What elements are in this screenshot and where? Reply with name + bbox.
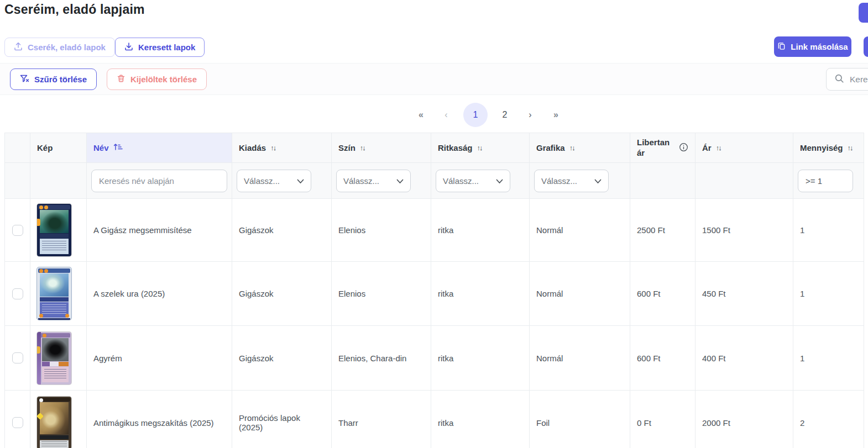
cell-graphics: Foil	[530, 391, 630, 448]
export-wanted-label: Keresett lapok	[138, 43, 195, 52]
card-image[interactable]	[37, 332, 71, 384]
header-rarity[interactable]: Ritkaság↑↓	[431, 133, 530, 163]
table-row: Agyrém Gigászok Elenios, Chara-din ritka…	[4, 326, 864, 391]
pagination-last[interactable]: »	[547, 110, 564, 120]
quantity-filter-input[interactable]	[798, 170, 853, 192]
row-checkbox[interactable]	[12, 288, 23, 299]
cell-quantity: 1	[793, 199, 864, 262]
chevron-down-icon	[594, 176, 602, 186]
cell-graphics: Normál	[530, 326, 630, 391]
cell-libertan-price: 0 Ft	[630, 391, 696, 448]
filter-name-cell	[87, 163, 232, 199]
pagination: « ‹ 1 2 › »	[412, 103, 564, 127]
cell-libertan-price: 2500 Ft	[630, 199, 696, 262]
cell-price: 2000 Ft	[696, 391, 793, 448]
trash-icon	[117, 74, 126, 85]
card-image[interactable]	[37, 397, 71, 448]
cell-name: A Gigász megsemmisítése	[87, 199, 232, 262]
sort-icon: ↑↓	[477, 144, 482, 152]
sort-icon: ↑↓	[569, 144, 574, 152]
cell-quantity: 1	[793, 262, 864, 326]
row-checkbox[interactable]	[12, 417, 23, 428]
copy-link-button[interactable]: Link másolása	[774, 36, 851, 57]
header-quantity[interactable]: Mennyiség↑↓	[793, 133, 864, 163]
row-checkbox[interactable]	[12, 352, 23, 363]
pagination-prev[interactable]: ‹	[438, 110, 454, 120]
page: Cseréim, eladó lapjaim Cserék, eladó lap…	[0, 0, 868, 448]
header-edition[interactable]: Kiadás↑↓	[232, 133, 332, 163]
graphics-filter-select[interactable]: Válassz...	[534, 170, 609, 192]
cell-name: Agyrém	[87, 326, 232, 391]
header-color[interactable]: Szín↑↓	[332, 133, 431, 163]
cell-color: Tharr	[332, 391, 431, 448]
pagination-page-2[interactable]: 2	[496, 110, 513, 120]
cell-libertan-price: 600 Ft	[630, 326, 696, 391]
sort-icon: ↑↓	[848, 144, 853, 152]
chevron-down-icon	[496, 176, 503, 186]
cell-color: Elenios, Chara-din	[332, 326, 431, 391]
cutoff-right-button[interactable]	[864, 36, 868, 57]
export-wanted-button[interactable]: Keresett lapok	[115, 38, 205, 57]
global-search-box[interactable]	[826, 68, 868, 91]
cutoff-top-button[interactable]	[859, 3, 868, 23]
cell-price: 400 Ft	[696, 326, 793, 391]
global-search-input[interactable]	[850, 75, 868, 85]
card-image[interactable]	[37, 204, 71, 256]
table-filter-row: Válassz... Válassz... Válassz... Válassz…	[4, 163, 864, 199]
color-filter-select[interactable]: Válassz...	[336, 170, 411, 192]
cell-libertan-price: 600 Ft	[630, 262, 696, 326]
pagination-next[interactable]: ›	[522, 110, 538, 120]
copy-link-label: Link másolása	[791, 42, 848, 51]
filter-image-cell	[30, 163, 87, 199]
sort-icon: ↑↓	[360, 144, 365, 152]
header-graphics[interactable]: Grafika↑↓	[530, 133, 630, 163]
cell-price: 1500 Ft	[696, 199, 793, 262]
delete-selected-button[interactable]: Kijelöltek törlése	[107, 68, 207, 90]
edition-filter-select[interactable]: Válassz...	[237, 170, 311, 192]
cell-graphics: Normál	[530, 199, 630, 262]
filter-color-cell: Válassz...	[332, 163, 431, 199]
header-checkbox	[4, 133, 30, 163]
table-header-row: Kép Név Kiadás↑↓ Szín↑↓ Ritkaság↑↓ Grafi…	[4, 133, 864, 163]
sort-icon: ↑↓	[716, 144, 721, 152]
name-filter-input[interactable]	[91, 170, 227, 192]
clear-filter-button[interactable]: Szűrő törlése	[10, 68, 97, 90]
cards-table: Kép Név Kiadás↑↓ Szín↑↓ Ritkaság↑↓ Grafi…	[4, 133, 864, 448]
delete-selected-label: Kijelöltek törlése	[130, 75, 197, 84]
chevron-down-icon	[396, 176, 404, 186]
header-name[interactable]: Név	[87, 133, 232, 163]
cell-name: Antimágikus megszakítás (2025)	[87, 391, 232, 448]
upload-icon	[14, 42, 23, 52]
export-trades-label: Cserék, eladó lapok	[28, 43, 106, 52]
header-price[interactable]: Ár↑↓	[696, 133, 793, 163]
table-row: A Gigász megsemmisítése Gigászok Elenios…	[4, 199, 864, 262]
table-row: A szelek ura (2025) Gigászok Elenios rit…	[4, 262, 864, 326]
filter-rarity-cell: Válassz...	[431, 163, 530, 199]
download-icon	[124, 42, 133, 52]
cell-graphics: Normál	[530, 262, 630, 326]
filter-checkbox-cell	[4, 163, 30, 199]
cell-rarity: ritka	[431, 199, 530, 262]
filter-off-icon	[20, 74, 29, 85]
cell-price: 450 Ft	[696, 262, 793, 326]
filter-graphics-cell: Válassz...	[530, 163, 630, 199]
card-image[interactable]	[37, 267, 71, 320]
table-row: Antimágikus megszakítás (2025) Promóciós…	[4, 391, 864, 448]
cell-edition: Gigászok	[232, 262, 332, 326]
cell-color: Elenios	[332, 199, 431, 262]
sort-ascending-icon	[113, 143, 123, 152]
filter-edition-cell: Válassz...	[232, 163, 332, 199]
filter-libertan-cell	[630, 163, 696, 199]
clear-filter-label: Szűrő törlése	[34, 75, 87, 84]
cell-edition: Gigászok	[232, 326, 332, 391]
cell-quantity: 2	[793, 391, 864, 448]
filter-bar: Szűrő törlése Kijelöltek törlése	[0, 63, 868, 95]
pagination-page-1[interactable]: 1	[463, 103, 488, 127]
pagination-first[interactable]: «	[412, 110, 429, 120]
info-icon[interactable]	[679, 143, 688, 154]
rarity-filter-select[interactable]: Válassz...	[436, 170, 510, 192]
row-checkbox[interactable]	[12, 225, 23, 236]
cell-rarity: ritka	[431, 326, 530, 391]
export-trades-button[interactable]: Cserék, eladó lapok	[4, 38, 115, 57]
cell-edition: Promóciós lapok (2025)	[232, 391, 332, 448]
